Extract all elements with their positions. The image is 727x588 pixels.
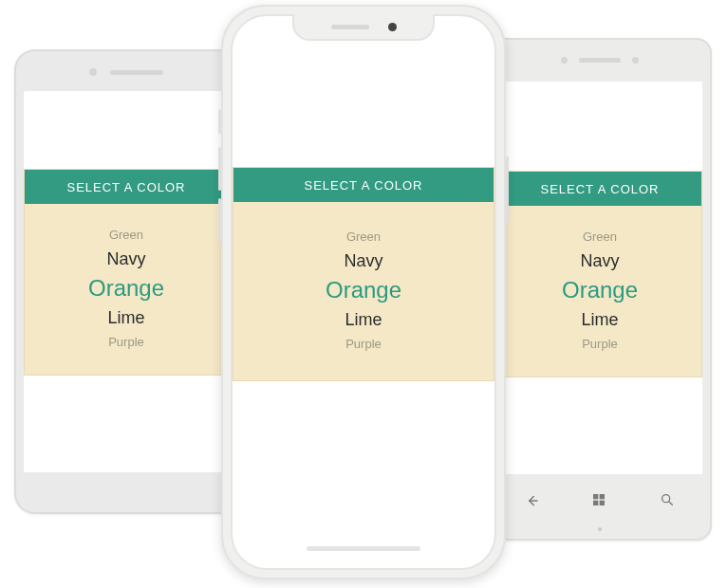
picker-header: SELECT A COLOR [25, 170, 228, 204]
color-picker[interactable]: SELECT A COLOR Green Navy Orange Lime Pu… [24, 169, 229, 376]
picker-item-selected[interactable]: Orange [88, 277, 164, 300]
svg-line-6 [669, 502, 673, 505]
front-camera-icon [561, 57, 568, 64]
front-camera-icon [89, 68, 97, 76]
svg-rect-2 [600, 494, 605, 499]
picker-wheel[interactable]: Green Navy Orange Lime Purple [25, 204, 228, 375]
picker-item[interactable]: Navy [344, 252, 382, 269]
color-picker[interactable]: SELECT A COLOR Green Navy Orange Lime Pu… [233, 167, 494, 381]
device-sensors [14, 68, 238, 76]
color-picker[interactable]: SELECT A COLOR Green Navy Orange Lime Pu… [497, 171, 702, 377]
device-android-frame: SELECT A COLOR Green Navy Orange Lime Pu… [14, 49, 238, 514]
volume-up-button[interactable] [218, 147, 221, 191]
windows-start-icon[interactable] [591, 492, 608, 509]
sensor-icon [632, 57, 639, 64]
picker-item[interactable]: Navy [580, 252, 619, 269]
device-screen: SELECT A COLOR Green Navy Orange Lime Pu… [24, 91, 229, 472]
picker-item[interactable]: Lime [581, 311, 618, 328]
picker-item[interactable]: Green [109, 229, 143, 241]
device-screen: SELECT A COLOR Green Navy Orange Lime Pu… [497, 82, 702, 474]
picker-header: SELECT A COLOR [498, 172, 701, 206]
device-ios-frame: SELECT A COLOR Green Navy Orange Lime Pu… [221, 5, 506, 579]
notch [292, 14, 435, 41]
picker-header: SELECT A COLOR [233, 168, 494, 202]
earpiece-speaker-icon [579, 58, 621, 63]
picker-item[interactable]: Purple [345, 338, 382, 350]
svg-rect-3 [593, 501, 598, 505]
power-button[interactable] [506, 156, 509, 223]
picker-wheel[interactable]: Green Navy Orange Lime Purple [233, 202, 494, 380]
windows-nav-bar [497, 482, 702, 520]
svg-rect-4 [600, 501, 605, 505]
device-bezel: SELECT A COLOR Green Navy Orange Lime Pu… [231, 14, 496, 570]
picker-item[interactable]: Purple [108, 336, 144, 348]
picker-item[interactable]: Navy [106, 250, 145, 267]
picker-item-selected[interactable]: Orange [562, 279, 638, 302]
home-indicator[interactable] [307, 546, 420, 551]
earpiece-speaker-icon [110, 70, 163, 75]
picker-item[interactable]: Green [346, 230, 381, 243]
svg-rect-1 [593, 494, 598, 499]
search-icon[interactable] [660, 492, 677, 509]
mute-switch[interactable] [218, 109, 221, 134]
front-camera-icon [388, 23, 397, 31]
picker-item-selected[interactable]: Orange [326, 279, 401, 302]
picker-item[interactable]: Green [583, 230, 617, 243]
back-icon[interactable] [523, 492, 540, 509]
picker-wheel[interactable]: Green Navy Orange Lime Purple [498, 206, 701, 377]
device-sensors [488, 57, 712, 64]
picker-item[interactable]: Lime [345, 311, 382, 328]
volume-down-button[interactable] [218, 198, 221, 242]
device-screen: SELECT A COLOR Green Navy Orange Lime Pu… [233, 16, 494, 568]
picker-item[interactable]: Purple [582, 338, 618, 350]
nav-indicator-icon [598, 527, 602, 531]
picker-item[interactable]: Lime [107, 309, 144, 326]
device-windows-frame: SELECT A COLOR Green Navy Orange Lime Pu… [488, 38, 712, 541]
earpiece-speaker-icon [331, 25, 369, 29]
